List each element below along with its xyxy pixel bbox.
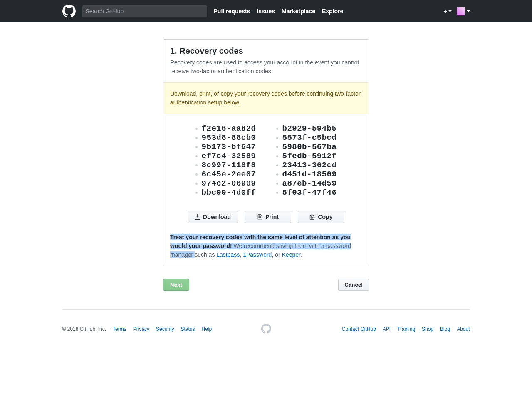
user-menu[interactable] <box>457 7 470 15</box>
footer-link-privacy[interactable]: Privacy <box>133 326 149 332</box>
footer-link-about[interactable]: About <box>457 326 470 332</box>
download-button[interactable]: Download <box>188 211 238 223</box>
recovery-code: bbc99-4d0ff <box>195 188 256 197</box>
copy-label: Copy <box>318 213 332 220</box>
link-keeper[interactable]: Keeper <box>282 251 300 258</box>
code-value: 5573f-c5bcd <box>282 133 337 142</box>
code-value: 8c997-118f8 <box>202 161 256 170</box>
nav-links: Pull requests Issues Marketplace Explore <box>214 8 344 15</box>
bullet-icon <box>195 164 198 166</box>
footer-right: Contact GitHub API Training Shop Blog Ab… <box>342 326 470 332</box>
footer-left: © 2018 GitHub, Inc. Terms Privacy Securi… <box>62 326 212 332</box>
code-value: bbc99-4d0ff <box>202 188 256 197</box>
codes-wrap: f2e16-aa82d 953d8-88cb0 9b173-bf647 ef7c… <box>163 114 369 211</box>
bullet-icon <box>195 183 198 185</box>
footer-link-training[interactable]: Training <box>397 326 415 332</box>
nav-marketplace[interactable]: Marketplace <box>282 8 315 15</box>
link-1password[interactable]: 1Password <box>243 251 272 258</box>
clipboard-icon <box>309 214 315 220</box>
footer-link-terms[interactable]: Terms <box>113 326 126 332</box>
code-value: a87eb-14d59 <box>282 179 337 188</box>
form-actions: Next Cancel <box>163 279 369 291</box>
nav-issues[interactable]: Issues <box>257 8 275 15</box>
github-logo-icon[interactable] <box>62 5 76 18</box>
download-label: Download <box>203 213 231 220</box>
copy-button[interactable]: Copy <box>298 211 344 223</box>
recovery-code: 8c997-118f8 <box>195 161 256 170</box>
chevron-down-icon <box>448 10 452 12</box>
recovery-code: 5980b-567ba <box>276 142 337 151</box>
recovery-code: 5f03f-47f46 <box>276 188 337 197</box>
bullet-icon <box>276 146 278 148</box>
code-value: 5fedb-5912f <box>282 151 337 161</box>
header-right: + <box>444 7 470 15</box>
avatar <box>457 7 465 15</box>
copyright: © 2018 GitHub, Inc. <box>62 326 106 332</box>
codes-col-right: b2929-594b5 5573f-c5bcd 5980b-567ba 5fed… <box>276 124 337 197</box>
recovery-code: 23413-362cd <box>276 161 337 170</box>
bullet-icon <box>276 173 278 176</box>
note-text: . <box>300 251 302 258</box>
recovery-code: f2e16-aa82d <box>195 124 256 133</box>
recovery-codes-box: 1. Recovery codes Recovery codes are use… <box>163 39 369 266</box>
code-value: f2e16-aa82d <box>202 124 256 133</box>
footer-link-blog[interactable]: Blog <box>440 326 450 332</box>
recovery-code: 974c2-06909 <box>195 179 256 188</box>
bullet-icon <box>195 146 198 148</box>
note-text: , or <box>272 251 282 258</box>
footer-link-api[interactable]: API <box>383 326 391 332</box>
page-title: 1. Recovery codes <box>170 46 362 56</box>
recovery-code: a87eb-14d59 <box>276 179 337 188</box>
code-value: 5980b-567ba <box>282 142 337 151</box>
bullet-icon <box>276 155 278 157</box>
code-value: 5f03f-47f46 <box>282 188 337 197</box>
cancel-button[interactable]: Cancel <box>338 279 369 291</box>
footer-link-security[interactable]: Security <box>156 326 174 332</box>
bullet-icon <box>195 137 198 139</box>
footer-link-help[interactable]: Help <box>201 326 212 332</box>
codes-grid: f2e16-aa82d 953d8-88cb0 9b173-bf647 ef7c… <box>195 124 337 197</box>
link-lastpass[interactable]: Lastpass <box>216 251 240 258</box>
note-text: such as <box>195 251 216 258</box>
footer-logo[interactable] <box>261 324 271 335</box>
note-text: , <box>240 251 243 258</box>
bullet-icon <box>195 155 198 157</box>
recovery-code: 6c45e-2ee07 <box>195 170 256 179</box>
box-header: 1. Recovery codes Recovery codes are use… <box>163 40 369 82</box>
bullet-icon <box>276 137 278 139</box>
create-new-dropdown[interactable]: + <box>444 8 451 15</box>
next-button[interactable]: Next <box>163 279 189 291</box>
footer-link-status[interactable]: Status <box>181 326 195 332</box>
nav-explore[interactable]: Explore <box>322 8 343 15</box>
recovery-code: ef7c4-32589 <box>195 151 256 161</box>
footer-link-shop[interactable]: Shop <box>422 326 433 332</box>
search-input[interactable] <box>82 5 207 17</box>
code-value: 974c2-06909 <box>202 179 256 188</box>
nav-pull-requests[interactable]: Pull requests <box>214 8 250 15</box>
bullet-icon <box>195 173 198 176</box>
recovery-code: b2929-594b5 <box>276 124 337 133</box>
print-label: Print <box>265 213 279 220</box>
page-subtitle: Recovery codes are used to access your a… <box>170 58 362 76</box>
print-button[interactable]: Print <box>245 211 291 223</box>
bullet-icon <box>276 128 278 130</box>
app-header: Pull requests Issues Marketplace Explore… <box>0 0 532 22</box>
bullet-icon <box>276 192 278 194</box>
recovery-code: 953d8-88cb0 <box>195 133 256 142</box>
recovery-code: 9b173-bf647 <box>195 142 256 151</box>
code-value: 953d8-88cb0 <box>202 133 256 142</box>
footer-link-contact[interactable]: Contact GitHub <box>342 326 376 332</box>
code-value: b2929-594b5 <box>282 124 337 133</box>
bullet-icon <box>276 183 278 185</box>
main-container: 1. Recovery codes Recovery codes are use… <box>163 39 369 266</box>
file-icon <box>257 214 263 220</box>
chevron-down-icon <box>467 10 470 12</box>
security-note: Treat your recovery codes with the same … <box>163 233 369 266</box>
header-inner: Pull requests Issues Marketplace Explore… <box>62 5 470 18</box>
code-value: 6c45e-2ee07 <box>202 170 256 179</box>
warning-banner: Download, print, or copy your recovery c… <box>163 82 369 114</box>
bullet-icon <box>195 192 198 194</box>
download-icon <box>195 214 200 220</box>
github-mark-icon <box>261 324 271 334</box>
code-actions-row: Download Print Copy <box>163 211 369 233</box>
